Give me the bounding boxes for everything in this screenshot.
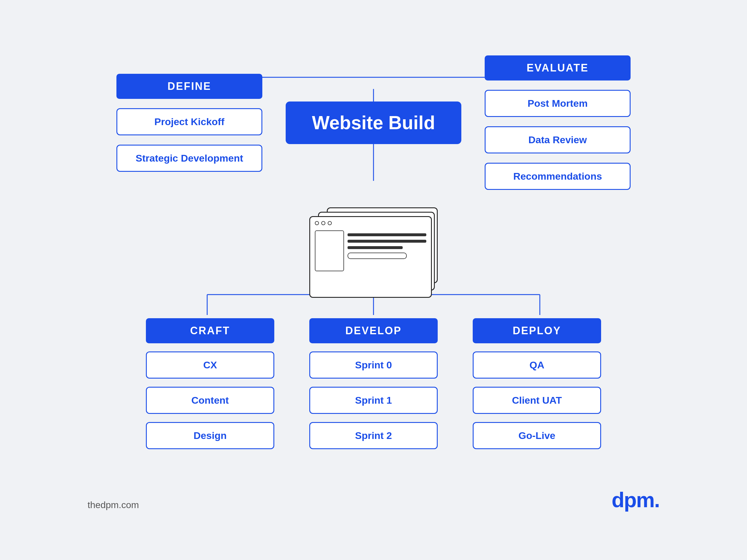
define-item-1: Strategic Development <box>117 145 262 172</box>
dot9 <box>328 221 332 225</box>
develop-item-2: Sprint 2 <box>309 422 438 449</box>
browser-sidebar <box>315 231 344 271</box>
browser-dots-front <box>310 217 431 228</box>
deploy-item-0: QA <box>473 351 601 379</box>
define-column: DEFINE Project Kickoff Strategic Develop… <box>117 74 262 172</box>
main-title: Website Build <box>286 102 461 144</box>
browser-line-3 <box>347 246 403 249</box>
craft-item-1: Content <box>146 387 274 414</box>
craft-column: CRAFT CX Content Design <box>146 318 274 449</box>
define-badge: DEFINE <box>117 74 262 99</box>
deploy-item-2: Go-Live <box>473 422 601 449</box>
browser-content <box>347 231 426 271</box>
evaluate-badge: EVALUATE <box>485 55 630 80</box>
top-row: DEFINE Project Kickoff Strategic Develop… <box>53 55 694 190</box>
dot7 <box>315 221 319 225</box>
dot8 <box>321 221 325 225</box>
develop-column: DEVELOP Sprint 0 Sprint 1 Sprint 2 <box>309 318 438 449</box>
browser-button <box>347 252 407 259</box>
craft-badge: CRAFT <box>146 318 274 343</box>
develop-badge: DEVELOP <box>309 318 438 343</box>
deploy-item-1: Client UAT <box>473 387 601 414</box>
diagram-container: DEFINE Project Kickoff Strategic Develop… <box>53 32 694 528</box>
evaluate-column: EVALUATE Post Mortem Data Review Recomme… <box>485 55 630 190</box>
footer-brand-dot: . <box>654 488 660 512</box>
deploy-column: DEPLOY QA Client UAT Go-Live <box>473 318 601 449</box>
footer-brand: dpm. <box>612 488 660 512</box>
define-item-0: Project Kickoff <box>117 108 262 135</box>
evaluate-item-1: Data Review <box>485 126 630 153</box>
browser-illustration <box>309 207 438 295</box>
develop-item-0: Sprint 0 <box>309 351 438 379</box>
craft-item-0: CX <box>146 351 274 379</box>
footer-website: thedpm.com <box>87 500 139 510</box>
browser-body <box>310 228 431 274</box>
deploy-badge: DEPLOY <box>473 318 601 343</box>
develop-item-1: Sprint 1 <box>309 387 438 414</box>
evaluate-item-2: Recommendations <box>485 163 630 190</box>
browser-window-front <box>309 216 432 298</box>
bottom-row: CRAFT CX Content Design DEVELOP Sprint 0… <box>53 318 694 449</box>
craft-item-2: Design <box>146 422 274 449</box>
browser-line-2 <box>347 240 426 243</box>
evaluate-item-0: Post Mortem <box>485 90 630 117</box>
browser-line-1 <box>347 233 426 236</box>
browser-illustration-container <box>309 207 438 295</box>
footer-brand-text: dpm <box>612 488 654 512</box>
